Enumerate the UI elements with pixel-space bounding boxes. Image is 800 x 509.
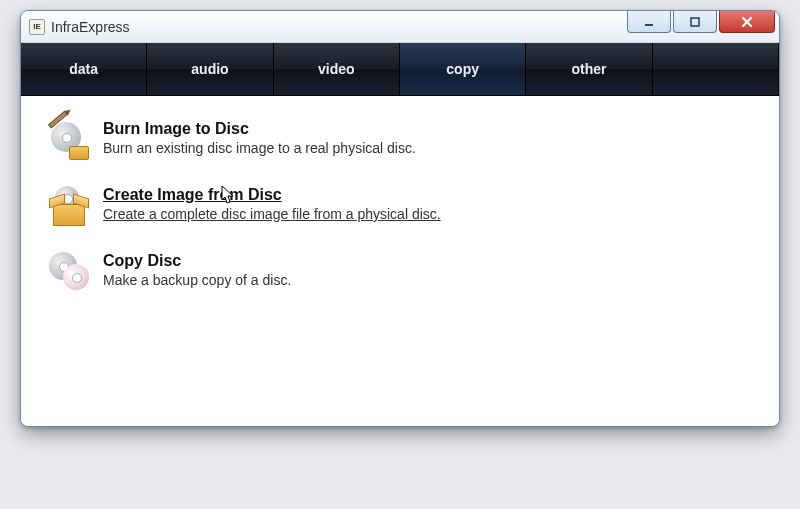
content-panel: Burn Image to Disc Burn an existing disc… <box>21 96 779 426</box>
burn-image-icon <box>49 120 89 160</box>
titlebar[interactable]: IE InfraExpress <box>21 11 779 43</box>
tab-empty <box>653 43 779 95</box>
window-controls <box>625 11 775 35</box>
action-title: Create Image from Disc <box>103 186 441 204</box>
action-desc: Make a backup copy of a disc. <box>103 272 291 288</box>
action-burn-image[interactable]: Burn Image to Disc Burn an existing disc… <box>49 120 751 160</box>
tab-audio[interactable]: audio <box>147 43 273 95</box>
create-image-icon <box>49 186 89 226</box>
svg-rect-0 <box>645 24 653 26</box>
tab-other[interactable]: other <box>526 43 652 95</box>
copy-disc-icon <box>49 252 89 292</box>
window-title: InfraExpress <box>51 19 130 35</box>
action-title: Burn Image to Disc <box>103 120 416 138</box>
tab-video[interactable]: video <box>274 43 400 95</box>
tab-data[interactable]: data <box>21 43 147 95</box>
action-desc: Create a complete disc image file from a… <box>103 206 441 222</box>
tab-copy[interactable]: copy <box>400 43 526 95</box>
action-title: Copy Disc <box>103 252 291 270</box>
app-icon: IE <box>29 19 45 35</box>
action-copy-disc[interactable]: Copy Disc Make a backup copy of a disc. <box>49 252 751 292</box>
minimize-button[interactable] <box>627 11 671 33</box>
main-toolbar: data audio video copy other <box>21 43 779 96</box>
maximize-button[interactable] <box>673 11 717 33</box>
svg-rect-1 <box>691 18 699 26</box>
close-button[interactable] <box>719 11 775 33</box>
app-window: IE InfraExpress data audio video copy ot… <box>20 10 780 427</box>
action-create-image[interactable]: Create Image from Disc Create a complete… <box>49 186 751 226</box>
action-desc: Burn an existing disc image to a real ph… <box>103 140 416 156</box>
